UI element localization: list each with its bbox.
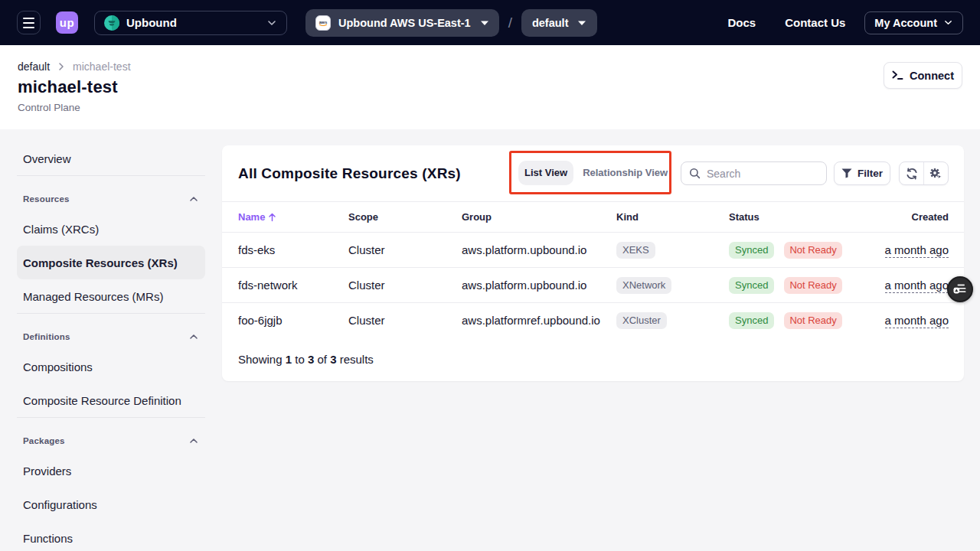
sidebar-item-composite-resources[interactable]: Composite Resources (XRs) [17,246,205,279]
cell-group: aws.platform.upbound.io [462,268,616,303]
sidebar-item-managed-resources[interactable]: Managed Resources (MRs) [17,279,205,313]
floating-widget-button[interactable] [947,276,973,302]
list-view-toggle[interactable]: List View [518,161,573,185]
cell-name[interactable]: fds-network [222,268,348,303]
docs-link[interactable]: Docs [727,16,756,29]
topbar: up Upbound aws Upbound AWS US-East-1 / d… [0,0,980,45]
control-plane-dropdown[interactable]: aws Upbound AWS US-East-1 [305,9,499,37]
cell-created: a month ago [866,303,964,338]
cell-kind: XCluster [616,303,729,338]
table-row[interactable]: fds-network Cluster aws.platform.upbound… [222,268,964,303]
cell-group: aws.platform.upbound.io [462,233,616,268]
table-actions-group [899,161,949,185]
chevron-right-icon [57,62,66,71]
control-plane-name: Upbound AWS US-East-1 [338,17,471,29]
search-box [681,161,827,185]
annotation-widget-icon [953,283,967,295]
relationship-view-toggle[interactable]: Relationship View [583,161,668,185]
upbound-logo[interactable]: up [56,11,78,34]
page-subtitle: Control Plane [18,102,963,113]
refresh-icon [906,168,918,180]
cell-name[interactable]: fds-eks [222,233,348,268]
breadcrumb: default michael-test [18,60,963,73]
kind-badge: XEKS [616,242,655,259]
synced-badge: Synced [729,242,774,259]
contact-us-link[interactable]: Contact Us [785,16,845,29]
aws-icon: aws [315,15,331,31]
cell-status: SyncedNot Ready [729,233,866,268]
composite-resources-card: All Composite Resources (XRs) List View … [222,145,964,381]
sidebar-item-composite-resource-definition[interactable]: Composite Resource Definition [17,383,205,417]
column-header-name[interactable]: Name [222,202,348,233]
chevron-down-icon [943,18,953,28]
synced-badge: Synced [729,312,774,329]
not-ready-badge: Not Ready [784,312,841,329]
column-header-scope[interactable]: Scope [348,202,462,233]
table-row[interactable]: foo-6jgjb Cluster aws.platformref.upboun… [222,303,964,338]
chevron-up-icon [188,331,199,342]
breadcrumb-current: michael-test [73,60,130,73]
organization-avatar-icon [104,15,119,31]
table-row[interactable]: fds-eks Cluster aws.platform.upbound.io … [222,233,964,268]
cell-created: a month ago [866,233,964,268]
chevron-up-icon [188,194,199,204]
breadcrumb-group-link[interactable]: default [18,60,50,73]
terminal-icon [892,70,903,80]
chevron-down-icon [266,18,277,28]
cell-scope: Cluster [348,268,462,303]
sidebar-divider [17,313,205,314]
sort-ascending-icon [268,213,276,222]
relative-time[interactable]: a month ago [885,243,949,258]
not-ready-badge: Not Ready [784,242,841,259]
column-header-kind[interactable]: Kind [616,202,729,233]
sidebar-item-configurations[interactable]: Configurations [17,487,205,521]
cell-scope: Cluster [348,233,462,268]
cell-name[interactable]: foo-6jgjb [222,303,348,338]
card-title: All Composite Resources (XRs) [238,165,461,182]
composite-resources-table: Name Scope Group Kind Status Created [222,201,964,338]
column-header-group[interactable]: Group [462,202,616,233]
refresh-button[interactable] [900,162,923,184]
filter-button[interactable]: Filter [834,161,890,185]
cell-kind: XEKS [616,233,729,268]
sidebar-item-overview[interactable]: Overview [17,142,205,175]
relative-time[interactable]: a month ago [885,314,949,328]
kind-badge: XNetwork [616,277,671,294]
search-icon [689,168,701,179]
page-title: michael-test [18,77,963,97]
sidebar-section-packages[interactable]: Packages [17,428,205,454]
main-content: All Composite Resources (XRs) List View … [222,129,980,381]
cell-status: SyncedNot Ready [729,303,866,338]
svg-text:aws: aws [319,19,328,24]
sidebar-section-definitions[interactable]: Definitions [17,324,205,350]
sidebar-item-functions[interactable]: Functions [17,521,205,551]
sidebar-item-providers[interactable]: Providers [17,454,205,487]
search-input[interactable] [707,168,806,180]
column-header-created[interactable]: Created [866,202,964,233]
caret-down-icon [480,20,489,26]
column-header-status[interactable]: Status [729,202,866,233]
hamburger-icon [23,18,34,19]
auto-refresh-settings-button[interactable] [924,162,948,184]
cell-status: SyncedNot Ready [729,268,866,303]
connect-button[interactable]: Connect [884,62,962,89]
caret-down-icon [577,20,586,26]
synced-badge: Synced [729,277,774,294]
red-annotation-rectangle: List View Relationship View [509,151,671,194]
group-name: default [532,17,569,29]
sidebar-item-claims[interactable]: Claims (XRCs) [17,212,205,246]
auto-refresh-settings-icon [929,168,942,180]
sidebar-section-resources[interactable]: Resources [17,186,205,212]
relative-time[interactable]: a month ago [885,279,949,293]
hamburger-menu-button[interactable] [17,11,41,34]
path-separator: / [508,15,512,31]
group-dropdown[interactable]: default [521,9,598,37]
funnel-icon [841,168,852,178]
my-account-button[interactable]: My Account [864,11,963,34]
page-header: default michael-test michael-test Contro… [0,45,980,129]
sidebar-item-compositions[interactable]: Compositions [17,350,205,383]
sidebar-divider [17,175,205,176]
chevron-up-icon [188,435,199,446]
organization-dropdown[interactable]: Upbound [94,11,287,35]
not-ready-badge: Not Ready [784,277,841,294]
